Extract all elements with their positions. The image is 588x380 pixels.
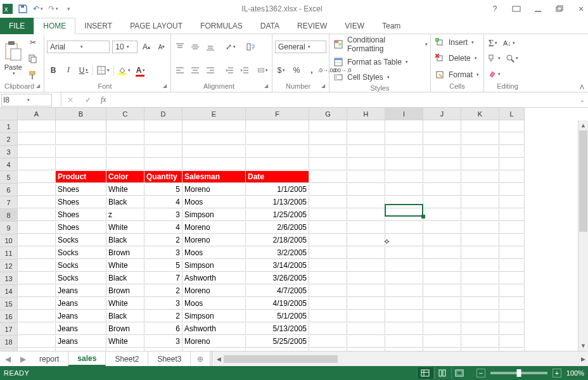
- cell-I4[interactable]: [385, 158, 423, 170]
- cell-L19[interactable]: [499, 348, 525, 351]
- cell-F17[interactable]: 5/13/2005: [246, 323, 309, 335]
- cell-B10[interactable]: Socks: [56, 234, 106, 246]
- cell-A7[interactable]: [18, 196, 56, 208]
- collapse-ribbon-icon[interactable]: ᐱ: [580, 84, 584, 91]
- cell-E5[interactable]: Salesman: [182, 171, 246, 183]
- cell-E3[interactable]: [182, 146, 246, 158]
- tab-view[interactable]: VIEW: [336, 18, 373, 34]
- cell-B4[interactable]: [56, 158, 106, 170]
- cell-A6[interactable]: [18, 184, 56, 196]
- cell-K6[interactable]: [461, 184, 499, 196]
- cell-C13[interactable]: Black: [106, 272, 144, 284]
- cell-E11[interactable]: Moos: [182, 247, 246, 259]
- row-header-4[interactable]: 4: [0, 158, 18, 171]
- cell-J11[interactable]: [423, 247, 461, 259]
- cell-K15[interactable]: [461, 298, 499, 310]
- cell-B15[interactable]: Jeans: [56, 298, 106, 310]
- sheet-nav-next-icon[interactable]: ▶: [15, 352, 30, 366]
- cell-D15[interactable]: 3: [144, 298, 182, 310]
- cell-E9[interactable]: Moreno: [182, 222, 246, 234]
- fx-icon[interactable]: fx: [97, 95, 110, 104]
- col-header-C[interactable]: C: [106, 108, 144, 120]
- cell-F16[interactable]: 5/1/2005: [246, 310, 309, 322]
- format-cells-icon[interactable]: [433, 68, 446, 81]
- col-header-B[interactable]: B: [56, 108, 106, 120]
- font-size-combo[interactable]: 10▾: [112, 41, 137, 53]
- scroll-down-icon[interactable]: ▼: [578, 341, 588, 351]
- cell-A11[interactable]: [18, 247, 56, 259]
- cell-G6[interactable]: [309, 184, 347, 196]
- cell-G18[interactable]: [309, 336, 347, 348]
- tab-formulas[interactable]: FORMULAS: [191, 18, 252, 34]
- find-select-icon[interactable]: ▾: [504, 52, 520, 65]
- formula-input[interactable]: [110, 94, 577, 106]
- comma-format-icon[interactable]: ,: [305, 64, 318, 77]
- close-icon[interactable]: ×: [577, 4, 585, 13]
- cell-G3[interactable]: [309, 146, 347, 158]
- cell-K3[interactable]: [461, 146, 499, 158]
- cell-J15[interactable]: [423, 298, 461, 310]
- cell-C19[interactable]: Black: [106, 348, 144, 351]
- row-header-12[interactable]: 12: [0, 260, 18, 272]
- sheet-tab-sales[interactable]: sales: [68, 352, 106, 366]
- row-header-8[interactable]: 8: [0, 209, 18, 222]
- italic-button[interactable]: I: [62, 64, 75, 77]
- cell-I17[interactable]: [385, 323, 423, 335]
- save-icon[interactable]: [18, 4, 28, 14]
- align-right-icon[interactable]: [204, 64, 217, 77]
- insert-cells-icon[interactable]: [433, 36, 446, 49]
- cell-F4[interactable]: [246, 158, 309, 170]
- row-header-2[interactable]: 2: [0, 133, 18, 146]
- cell-I13[interactable]: [385, 272, 423, 284]
- cell-I12[interactable]: [385, 260, 423, 272]
- vscroll-thumb[interactable]: [579, 130, 587, 232]
- cell-D8[interactable]: 3: [144, 209, 182, 221]
- cell-C5[interactable]: Color: [106, 171, 144, 183]
- cell-C2[interactable]: [106, 133, 144, 145]
- cell-K8[interactable]: [461, 209, 499, 221]
- cell-C9[interactable]: White: [106, 222, 144, 234]
- cell-F11[interactable]: 3/2/2005: [246, 247, 309, 259]
- cell-H19[interactable]: [347, 348, 385, 351]
- alignment-dialog-icon[interactable]: ◢: [264, 82, 268, 91]
- cell-I9[interactable]: [385, 222, 423, 234]
- cell-A15[interactable]: [18, 298, 56, 310]
- bold-button[interactable]: B: [47, 64, 60, 77]
- cell-C6[interactable]: White: [106, 184, 144, 196]
- cell-L18[interactable]: [499, 336, 525, 348]
- cell-H6[interactable]: [347, 184, 385, 196]
- row-header-9[interactable]: 9: [0, 222, 18, 234]
- cell-C14[interactable]: Brown: [106, 285, 144, 297]
- zoom-level-label[interactable]: 100%: [566, 369, 584, 377]
- align-bottom-icon[interactable]: [204, 41, 217, 53]
- row-header-11[interactable]: 11: [0, 247, 18, 260]
- cell-K14[interactable]: [461, 285, 499, 297]
- tab-data[interactable]: DATA: [252, 18, 288, 34]
- cell-B8[interactable]: Shoes: [56, 209, 106, 221]
- cell-G9[interactable]: [309, 222, 347, 234]
- cell-I3[interactable]: [385, 146, 423, 158]
- cell-C12[interactable]: White: [106, 260, 144, 272]
- grid-area[interactable]: ABCDEFGHIJKL12345ProductColorQuantitySal…: [0, 108, 588, 351]
- zoom-out-icon[interactable]: −: [476, 369, 485, 377]
- cell-A4[interactable]: [18, 158, 56, 170]
- cell-I1[interactable]: [385, 120, 423, 132]
- cell-styles-button[interactable]: Cell Styles: [347, 73, 383, 82]
- wrap-text-icon[interactable]: [245, 41, 257, 53]
- cell-C7[interactable]: Black: [106, 196, 144, 208]
- cell-K16[interactable]: [461, 310, 499, 322]
- cell-C18[interactable]: White: [106, 336, 144, 348]
- cell-I5[interactable]: [385, 171, 423, 183]
- cell-I7[interactable]: [385, 196, 423, 208]
- cell-D19[interactable]: 7: [144, 348, 182, 351]
- col-header-H[interactable]: H: [347, 108, 385, 120]
- cell-F10[interactable]: 2/18/2005: [246, 234, 309, 246]
- number-format-combo[interactable]: General▾: [275, 41, 326, 53]
- cell-J16[interactable]: [423, 310, 461, 322]
- cell-C1[interactable]: [106, 120, 144, 132]
- cell-E18[interactable]: Moreno: [182, 336, 246, 348]
- maximize-restore-icon[interactable]: [555, 4, 564, 13]
- row-header-17[interactable]: 17: [0, 323, 18, 336]
- cell-J18[interactable]: [423, 336, 461, 348]
- cell-H8[interactable]: [347, 209, 385, 221]
